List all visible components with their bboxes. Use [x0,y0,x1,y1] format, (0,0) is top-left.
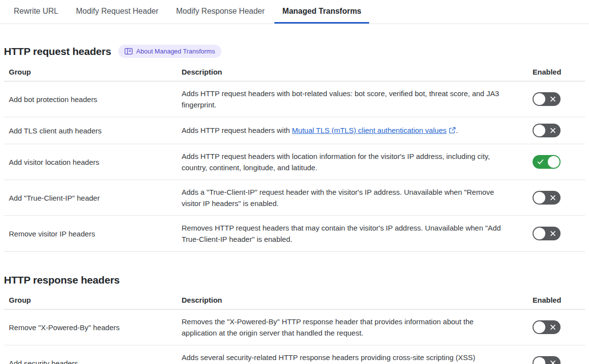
toggle-knob [534,228,545,239]
transform-rules-tabbar: Rewrite URL Modify Request Header Modify… [0,0,589,24]
row-description: Adds a "True-Client-IP" request header w… [177,180,528,216]
request-headers-table: Group Description Enabled Add bot protec… [4,62,585,252]
table-row: Remove "X-Powered-By" headers Removes th… [4,310,585,345]
column-header-description: Description [177,62,528,81]
column-header-group: Group [4,62,177,81]
tab-rewrite-url[interactable]: Rewrite URL [6,0,66,24]
description-text: . [456,126,458,134]
toggle-add-security-headers[interactable] [533,356,561,364]
table-row: Remove visitor IP headers Removes HTTP r… [4,216,585,252]
response-headers-table: Group Description Enabled Remove "X-Powe… [4,290,585,364]
group-name: Add visitor location headers [4,144,177,180]
external-link-icon[interactable] [449,126,456,137]
row-description: Adds several security-related HTTP respo… [177,345,528,364]
row-description: Adds HTTP request headers with location … [177,144,528,180]
table-header-row: Group Description Enabled [4,290,585,310]
mtls-docs-link[interactable]: Mutual TLS (mTLS) client authentication … [292,126,447,134]
group-name: Add security headers [4,345,177,364]
check-icon [537,159,544,165]
toggle-remove-x-powered-by-headers[interactable] [533,320,561,334]
response-headers-section-head: HTTP response headers [4,274,589,286]
column-header-enabled: Enabled [528,62,585,81]
table-row: Add "True-Client-IP" header Adds a "True… [4,180,585,216]
x-icon [550,96,556,103]
request-headers-section-head: HTTP request headers About Managed Trans… [4,45,589,58]
tab-modify-request-header[interactable]: Modify Request Header [68,0,166,24]
group-name: Remove visitor IP headers [4,216,177,252]
response-headers-title: HTTP response headers [4,274,120,286]
row-description: Adds HTTP request headers with bot-relat… [177,81,528,117]
row-description: Removes the "X-Powered-By" HTTP response… [177,310,528,345]
table-row: Add security headers Adds several securi… [4,345,585,364]
toggle-knob [534,321,545,333]
group-name: Add TLS client auth headers [4,117,177,144]
x-icon [550,231,556,237]
tab-modify-response-header[interactable]: Modify Response Header [168,0,273,24]
badge-label: About Managed Transforms [136,48,215,55]
table-row: Add TLS client auth headers Adds HTTP re… [4,117,585,144]
about-managed-transforms-badge[interactable]: About Managed Transforms [118,45,221,58]
toggle-knob [534,125,545,136]
x-icon [550,195,556,201]
x-icon [550,324,556,331]
toggle-knob [534,357,545,364]
toggle-add-visitor-location-headers[interactable] [533,155,561,169]
table-row: Add visitor location headers Adds HTTP r… [4,144,585,180]
tab-managed-transforms[interactable]: Managed Transforms [274,0,369,24]
toggle-add-true-client-ip-header[interactable] [533,191,561,205]
toggle-knob [534,93,545,105]
row-description: Adds HTTP request headers with Mutual TL… [177,117,528,144]
x-icon [550,360,556,364]
toggle-knob [548,156,560,168]
table-header-row: Group Description Enabled [4,62,585,81]
x-icon [550,128,556,134]
group-name: Add bot protection headers [4,81,177,117]
table-row: Add bot protection headers Adds HTTP req… [4,81,585,117]
column-header-description: Description [177,290,528,310]
description-text: Adds HTTP request headers with [182,126,292,134]
toggle-remove-visitor-ip-headers[interactable] [533,227,561,240]
group-name: Add "True-Client-IP" header [4,180,177,216]
toggle-add-bot-protection-headers[interactable] [533,92,561,106]
row-description: Removes HTTP request headers that may co… [177,216,528,252]
group-name: Remove "X-Powered-By" headers [4,310,177,345]
toggle-add-tls-client-auth-headers[interactable] [533,124,561,137]
column-header-group: Group [4,290,177,310]
book-icon [125,48,133,54]
request-headers-title: HTTP request headers [4,46,111,57]
toggle-knob [534,192,545,204]
column-header-enabled: Enabled [528,290,585,310]
